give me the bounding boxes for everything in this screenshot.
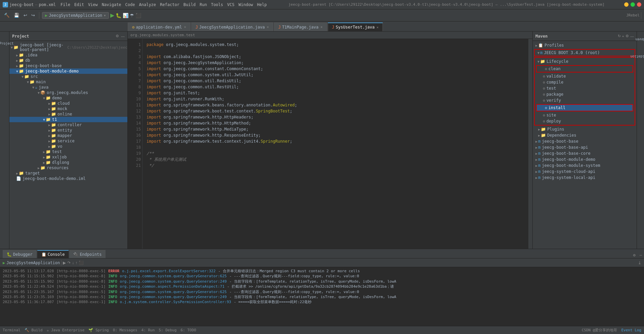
stop-btn[interactable]: ⬛ — [135, 13, 141, 18]
menu-navigate[interactable]: Navigate — [100, 2, 123, 8]
tree-item-mock[interactable]: ▶ 📁 mock — [9, 106, 127, 111]
maven-install-item[interactable]: ⚙ install — [536, 104, 633, 111]
toolbar-undo-btn[interactable]: ↩ — [22, 12, 29, 18]
tree-item-java[interactable]: ▼ ☕ java — [9, 85, 127, 90]
project-tool-icon[interactable]: 1:Project — [0, 42, 14, 45]
menu-edit[interactable]: Edit — [72, 2, 86, 8]
code-editor[interactable]: 1 2 3 4 5 6 7 8 9 10 11 12 13 14 15 16 1 — [128, 39, 532, 249]
maven-sub-boot-base[interactable]: ▶ m jeecg-boot-base — [533, 138, 637, 144]
tree-item-src[interactable]: ▼ 📁 src — [9, 74, 127, 79]
status-terminal[interactable]: Terminal — [3, 328, 21, 332]
maven-root-project[interactable]: ▼ m JEECG BOOT 3.4.0 (root) — [534, 49, 635, 56]
maven-clean-item[interactable]: ⚙ clean — [536, 65, 633, 73]
maven-sub-boot-base-api[interactable]: ▶ m jeecg-boot-base-api — [533, 144, 637, 150]
maven-package-item[interactable]: ⚙ package — [535, 91, 635, 97]
menu-window[interactable]: Window — [236, 2, 255, 8]
bottom-step-over-btn[interactable]: ↷ — [67, 260, 71, 265]
tree-item-cloud[interactable]: ▶ 📁 cloud — [9, 101, 127, 106]
close-btn[interactable] — [637, 2, 641, 7]
tab-jeecg-system-app[interactable]: J JeecgSystemApplication.java × — [191, 22, 273, 31]
toolbar-build-btn[interactable]: 🔨 — [3, 12, 11, 18]
tab-sysusertest[interactable]: J SysUserTest.java × — [328, 22, 383, 31]
tree-item-resources[interactable]: ▶ 📁 resources — [9, 165, 127, 171]
tree-item-demo[interactable]: ▼ 📁 demo — [9, 95, 127, 101]
tab-close-btn[interactable]: × — [267, 25, 269, 29]
tree-item-entity[interactable]: ▶ 📁 entity — [9, 128, 127, 133]
maven-plugins-item[interactable]: ▶ 📁 Plugins — [533, 126, 637, 132]
menu-vcs[interactable]: VCS — [225, 2, 237, 8]
coverage-btn[interactable]: ☂ — [130, 13, 134, 18]
toolbar-redo-btn[interactable]: ↪ — [30, 12, 36, 18]
tree-item-xxljob[interactable]: ▶ 📁 xxljob — [9, 154, 127, 160]
maven-collapse-btn[interactable]: — — [630, 34, 634, 38]
status-build[interactable]: 🔨 Build — [25, 328, 43, 332]
tree-item-online[interactable]: ▶ 📁 online — [9, 111, 127, 117]
tree-item-boot-base[interactable]: ▶ 📁 jeecg-boot-base — [9, 63, 127, 68]
status-messages[interactable]: 0: Messages — [113, 328, 137, 332]
bottom-scroll-end-btn[interactable]: ⤓ — [638, 260, 641, 265]
bottom-tab-endpoints[interactable]: 🔌 Endpoints — [69, 250, 106, 258]
validation-strip-icon[interactable]: Validation — [630, 55, 644, 58]
debug-btn[interactable]: 🐛 — [116, 13, 121, 18]
maven-sub-cloud-api[interactable]: ▶ m jeecg-system-cloud-api — [533, 169, 637, 175]
maven-dependencies-item[interactable]: ▶ 📁 Dependencies — [533, 132, 637, 138]
tree-item-controller[interactable]: ▶ 📁 controller — [9, 122, 127, 128]
maven-compile-item[interactable]: ⚙ compile — [535, 79, 635, 85]
menu-view[interactable]: View — [86, 2, 100, 8]
toolbar-save-btn[interactable]: 💾 — [12, 12, 21, 18]
sidebar-gear-btn[interactable]: ⚙ — [116, 34, 119, 38]
maven-lifecycle-header[interactable]: ▼ 📁 Lifecycle — [535, 58, 635, 64]
minimize-btn[interactable] — [624, 2, 629, 7]
bottom-tab-close[interactable]: — — [638, 252, 644, 258]
menu-file[interactable]: File — [58, 2, 72, 8]
menu-refactor[interactable]: Refactor — [158, 2, 182, 8]
tree-item-service[interactable]: ▶ 📁 service — [9, 138, 127, 144]
maven-deploy-item[interactable]: ⚙ deploy — [535, 118, 635, 124]
tree-item-main[interactable]: ▼ 📁 main — [9, 79, 127, 85]
tree-item-mapper[interactable]: ▶ 📁 mapper — [9, 133, 127, 138]
open-file[interactable]: pom.xml — [39, 2, 56, 7]
tab-application-yml[interactable]: ⚙ application-dev.yml × — [128, 22, 191, 31]
maven-sub-boot-base-core[interactable]: ▶ m jeecg-boot-base-core — [533, 150, 637, 156]
maven-add-btn[interactable]: + — [622, 34, 624, 38]
menu-help[interactable]: Help — [255, 2, 269, 8]
event-log-link[interactable]: Event Log — [621, 328, 641, 332]
bottom-step-out-btn[interactable]: ↑ — [75, 260, 77, 265]
tree-item-db[interactable]: ▶ 📁 db — [9, 58, 127, 63]
tree-item-module-demo[interactable]: ▼ 📁 jeecg-boot-module-demo — [9, 68, 127, 74]
status-todo[interactable]: 6: TODO — [180, 328, 196, 332]
tree-item-idea[interactable]: ▶ 📁 .idea — [9, 52, 127, 58]
tab-close-btn[interactable]: × — [321, 25, 323, 29]
maven-sub-module-system[interactable]: ▶ m jeecg-boot-module-system — [533, 162, 637, 169]
bottom-stop-btn[interactable]: ⬛ — [79, 260, 84, 265]
tree-item-root[interactable]: ▼ 📁 jeecg-boot [jeecg-boot-parent] C:\Us… — [9, 42, 127, 52]
tree-item-target[interactable]: ▶ 📁 target — [9, 171, 127, 176]
sidebar-collapse-btn[interactable]: — — [121, 34, 125, 38]
maven-refresh-btn[interactable]: ↻ — [618, 34, 621, 38]
bottom-tab-console[interactable]: 📋 Console — [37, 250, 69, 258]
maven-strip-icon[interactable]: Maven — [635, 38, 644, 41]
tree-item-org-pkg[interactable]: ▼ 📦 org.jeecg.modules — [9, 90, 127, 95]
menu-run[interactable]: Run — [198, 2, 209, 8]
status-java-enterprise[interactable]: ☕ Java Enterprise — [47, 328, 85, 332]
run-config-selector[interactable]: ▶ JeecgSystemApplication ▾ — [42, 12, 109, 19]
maven-verify-item[interactable]: ⚙ verify — [535, 97, 635, 103]
menu-code[interactable]: Code — [123, 2, 137, 8]
tab-close-btn[interactable]: × — [184, 25, 186, 29]
bottom-resume-btn[interactable]: ▶ — [63, 260, 66, 265]
menu-tools[interactable]: Tools — [209, 2, 225, 8]
maven-site-item[interactable]: ⚙ site — [535, 112, 635, 118]
maximize-btn[interactable] — [631, 2, 635, 7]
run-btn[interactable]: ▶ — [110, 12, 114, 18]
status-spring[interactable]: 🌱 Spring — [88, 328, 109, 332]
bottom-tab-settings[interactable]: ⚙ — [631, 252, 638, 258]
code-content[interactable]: package org.jeecg.modules.system.test; i… — [143, 39, 528, 249]
maven-test-item[interactable]: ⚙ test — [535, 85, 635, 91]
tree-item-test[interactable]: ▶ 📁 test — [9, 149, 127, 154]
maven-sub-module-demo[interactable]: ▶ m jeecg-boot-module-demo — [533, 156, 637, 162]
bottom-step-into-btn[interactable]: ↓ — [72, 260, 74, 265]
status-debug[interactable]: 5: Debug — [159, 328, 176, 332]
status-run[interactable]: 4: Run — [142, 328, 155, 332]
bottom-tab-debugger[interactable]: 🐛 Debugger — [3, 250, 37, 258]
tree-item-t1[interactable]: ▼ 📁 t1 — [9, 117, 127, 122]
